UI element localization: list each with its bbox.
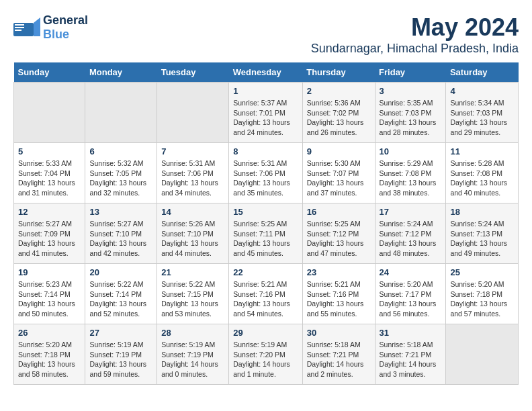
calendar-cell: 8Sunrise: 5:31 AM Sunset: 7:06 PM Daylig… bbox=[229, 143, 302, 203]
calendar-week-row: 1Sunrise: 5:37 AM Sunset: 7:01 PM Daylig… bbox=[14, 83, 519, 143]
logo: General Blue bbox=[13, 13, 88, 42]
calendar-cell: 9Sunrise: 5:30 AM Sunset: 7:07 PM Daylig… bbox=[302, 143, 375, 203]
calendar-cell: 29Sunrise: 5:19 AM Sunset: 7:20 PM Dayli… bbox=[229, 324, 302, 385]
day-info: Sunrise: 5:36 AM Sunset: 7:02 PM Dayligh… bbox=[307, 98, 371, 138]
day-info: Sunrise: 5:28 AM Sunset: 7:08 PM Dayligh… bbox=[450, 158, 514, 198]
day-number: 14 bbox=[161, 207, 224, 217]
day-info: Sunrise: 5:32 AM Sunset: 7:05 PM Dayligh… bbox=[89, 158, 152, 198]
calendar-cell: 20Sunrise: 5:22 AM Sunset: 7:14 PM Dayli… bbox=[85, 264, 157, 324]
calendar-cell: 15Sunrise: 5:25 AM Sunset: 7:11 PM Dayli… bbox=[229, 203, 302, 264]
day-info: Sunrise: 5:30 AM Sunset: 7:07 PM Dayligh… bbox=[307, 158, 371, 198]
day-number: 27 bbox=[89, 328, 152, 338]
day-number: 21 bbox=[161, 267, 224, 277]
day-number: 4 bbox=[450, 86, 514, 96]
day-info: Sunrise: 5:37 AM Sunset: 7:01 PM Dayligh… bbox=[233, 98, 298, 138]
calendar-cell: 24Sunrise: 5:20 AM Sunset: 7:17 PM Dayli… bbox=[375, 264, 446, 324]
calendar-cell: 5Sunrise: 5:33 AM Sunset: 7:04 PM Daylig… bbox=[14, 143, 85, 203]
calendar-cell: 7Sunrise: 5:31 AM Sunset: 7:06 PM Daylig… bbox=[157, 143, 229, 203]
page-header: General Blue May 2024 Sundarnagar, Himac… bbox=[13, 13, 519, 56]
calendar-cell: 25Sunrise: 5:20 AM Sunset: 7:18 PM Dayli… bbox=[446, 264, 519, 324]
day-info: Sunrise: 5:19 AM Sunset: 7:20 PM Dayligh… bbox=[233, 340, 298, 379]
calendar-cell bbox=[85, 83, 157, 143]
calendar-cell: 1Sunrise: 5:37 AM Sunset: 7:01 PM Daylig… bbox=[229, 83, 302, 143]
calendar-cell: 16Sunrise: 5:25 AM Sunset: 7:12 PM Dayli… bbox=[302, 203, 375, 264]
day-info: Sunrise: 5:27 AM Sunset: 7:09 PM Dayligh… bbox=[18, 219, 81, 259]
day-info: Sunrise: 5:33 AM Sunset: 7:04 PM Dayligh… bbox=[18, 158, 81, 198]
svg-marker-1 bbox=[34, 17, 40, 36]
day-number: 23 bbox=[307, 267, 371, 277]
day-info: Sunrise: 5:29 AM Sunset: 7:08 PM Dayligh… bbox=[380, 158, 442, 198]
day-number: 28 bbox=[161, 328, 224, 338]
day-number: 10 bbox=[380, 146, 442, 156]
calendar-week-row: 19Sunrise: 5:23 AM Sunset: 7:14 PM Dayli… bbox=[14, 264, 519, 324]
day-number: 30 bbox=[307, 328, 371, 338]
day-number: 17 bbox=[380, 207, 442, 217]
day-number: 22 bbox=[233, 267, 298, 277]
day-number: 11 bbox=[450, 146, 514, 156]
calendar-cell: 4Sunrise: 5:34 AM Sunset: 7:03 PM Daylig… bbox=[446, 83, 519, 143]
day-info: Sunrise: 5:20 AM Sunset: 7:17 PM Dayligh… bbox=[380, 279, 442, 319]
calendar-cell: 2Sunrise: 5:36 AM Sunset: 7:02 PM Daylig… bbox=[302, 83, 375, 143]
calendar-cell: 6Sunrise: 5:32 AM Sunset: 7:05 PM Daylig… bbox=[85, 143, 157, 203]
day-info: Sunrise: 5:25 AM Sunset: 7:12 PM Dayligh… bbox=[307, 219, 371, 259]
day-number: 5 bbox=[18, 146, 81, 156]
day-number: 18 bbox=[450, 207, 514, 217]
month-title: May 2024 bbox=[311, 13, 519, 42]
calendar-header-thursday: Thursday bbox=[302, 62, 375, 83]
day-number: 9 bbox=[307, 146, 371, 156]
day-number: 1 bbox=[233, 86, 298, 96]
calendar-cell: 22Sunrise: 5:21 AM Sunset: 7:16 PM Dayli… bbox=[229, 264, 302, 324]
calendar-body: 1Sunrise: 5:37 AM Sunset: 7:01 PM Daylig… bbox=[14, 83, 519, 385]
calendar-cell: 10Sunrise: 5:29 AM Sunset: 7:08 PM Dayli… bbox=[375, 143, 446, 203]
day-number: 7 bbox=[161, 146, 224, 156]
calendar-week-row: 26Sunrise: 5:20 AM Sunset: 7:18 PM Dayli… bbox=[14, 324, 519, 385]
day-info: Sunrise: 5:31 AM Sunset: 7:06 PM Dayligh… bbox=[233, 158, 298, 198]
svg-rect-4 bbox=[15, 30, 21, 31]
calendar-cell: 23Sunrise: 5:21 AM Sunset: 7:16 PM Dayli… bbox=[302, 264, 375, 324]
calendar-cell: 17Sunrise: 5:24 AM Sunset: 7:12 PM Dayli… bbox=[375, 203, 446, 264]
calendar-week-row: 5Sunrise: 5:33 AM Sunset: 7:04 PM Daylig… bbox=[14, 143, 519, 203]
calendar-cell bbox=[157, 83, 229, 143]
day-info: Sunrise: 5:34 AM Sunset: 7:03 PM Dayligh… bbox=[450, 98, 514, 138]
day-info: Sunrise: 5:19 AM Sunset: 7:19 PM Dayligh… bbox=[89, 340, 152, 379]
day-info: Sunrise: 5:22 AM Sunset: 7:15 PM Dayligh… bbox=[161, 279, 224, 319]
calendar-week-row: 12Sunrise: 5:27 AM Sunset: 7:09 PM Dayli… bbox=[14, 203, 519, 264]
day-info: Sunrise: 5:35 AM Sunset: 7:03 PM Dayligh… bbox=[380, 98, 442, 138]
day-info: Sunrise: 5:24 AM Sunset: 7:12 PM Dayligh… bbox=[380, 219, 442, 259]
day-info: Sunrise: 5:22 AM Sunset: 7:14 PM Dayligh… bbox=[89, 279, 152, 319]
calendar-cell: 31Sunrise: 5:18 AM Sunset: 7:21 PM Dayli… bbox=[375, 324, 446, 385]
calendar-cell: 27Sunrise: 5:19 AM Sunset: 7:19 PM Dayli… bbox=[85, 324, 157, 385]
logo-general: General bbox=[43, 13, 88, 28]
logo-icon bbox=[13, 17, 40, 38]
calendar-cell: 14Sunrise: 5:26 AM Sunset: 7:10 PM Dayli… bbox=[157, 203, 229, 264]
day-info: Sunrise: 5:18 AM Sunset: 7:21 PM Dayligh… bbox=[307, 340, 371, 379]
calendar-header-saturday: Saturday bbox=[446, 62, 519, 83]
day-number: 31 bbox=[380, 328, 442, 338]
day-info: Sunrise: 5:27 AM Sunset: 7:10 PM Dayligh… bbox=[89, 219, 152, 259]
logo-blue: Blue bbox=[43, 28, 69, 42]
day-number: 19 bbox=[18, 267, 81, 277]
day-number: 15 bbox=[233, 207, 298, 217]
day-info: Sunrise: 5:26 AM Sunset: 7:10 PM Dayligh… bbox=[161, 219, 224, 259]
calendar-cell: 21Sunrise: 5:22 AM Sunset: 7:15 PM Dayli… bbox=[157, 264, 229, 324]
title-section: May 2024 Sundarnagar, Himachal Pradesh, … bbox=[311, 13, 519, 56]
day-info: Sunrise: 5:20 AM Sunset: 7:18 PM Dayligh… bbox=[18, 340, 81, 379]
calendar-table: SundayMondayTuesdayWednesdayThursdayFrid… bbox=[13, 62, 519, 385]
day-info: Sunrise: 5:23 AM Sunset: 7:14 PM Dayligh… bbox=[18, 279, 81, 319]
calendar-cell: 3Sunrise: 5:35 AM Sunset: 7:03 PM Daylig… bbox=[375, 83, 446, 143]
day-number: 6 bbox=[89, 146, 152, 156]
svg-rect-3 bbox=[15, 27, 24, 28]
day-number: 16 bbox=[307, 207, 371, 217]
day-info: Sunrise: 5:20 AM Sunset: 7:18 PM Dayligh… bbox=[450, 279, 514, 319]
day-info: Sunrise: 5:21 AM Sunset: 7:16 PM Dayligh… bbox=[307, 279, 371, 319]
day-info: Sunrise: 5:31 AM Sunset: 7:06 PM Dayligh… bbox=[161, 158, 224, 198]
calendar-cell: 28Sunrise: 5:19 AM Sunset: 7:19 PM Dayli… bbox=[157, 324, 229, 385]
calendar-header-wednesday: Wednesday bbox=[229, 62, 302, 83]
calendar-header-sunday: Sunday bbox=[14, 62, 85, 83]
location-title: Sundarnagar, Himachal Pradesh, India bbox=[311, 42, 519, 56]
day-number: 26 bbox=[18, 328, 81, 338]
calendar-cell: 11Sunrise: 5:28 AM Sunset: 7:08 PM Dayli… bbox=[446, 143, 519, 203]
day-info: Sunrise: 5:19 AM Sunset: 7:19 PM Dayligh… bbox=[161, 340, 224, 379]
day-number: 25 bbox=[450, 267, 514, 277]
calendar-cell: 12Sunrise: 5:27 AM Sunset: 7:09 PM Dayli… bbox=[14, 203, 85, 264]
